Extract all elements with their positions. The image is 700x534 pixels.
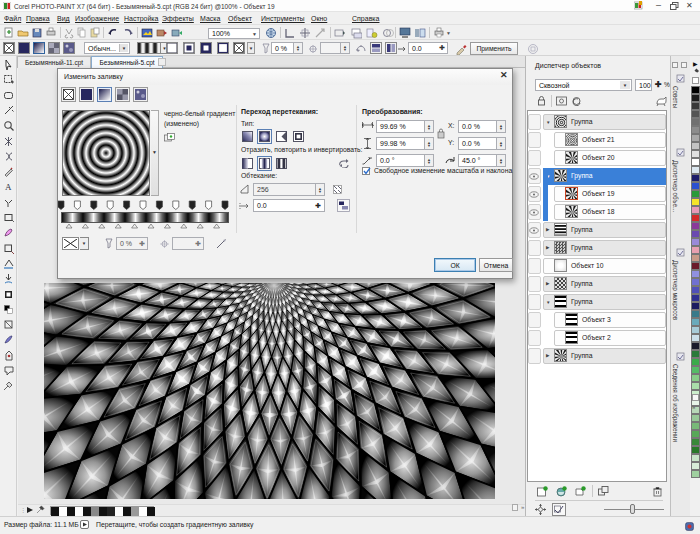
svg-text:A: A <box>5 182 12 192</box>
